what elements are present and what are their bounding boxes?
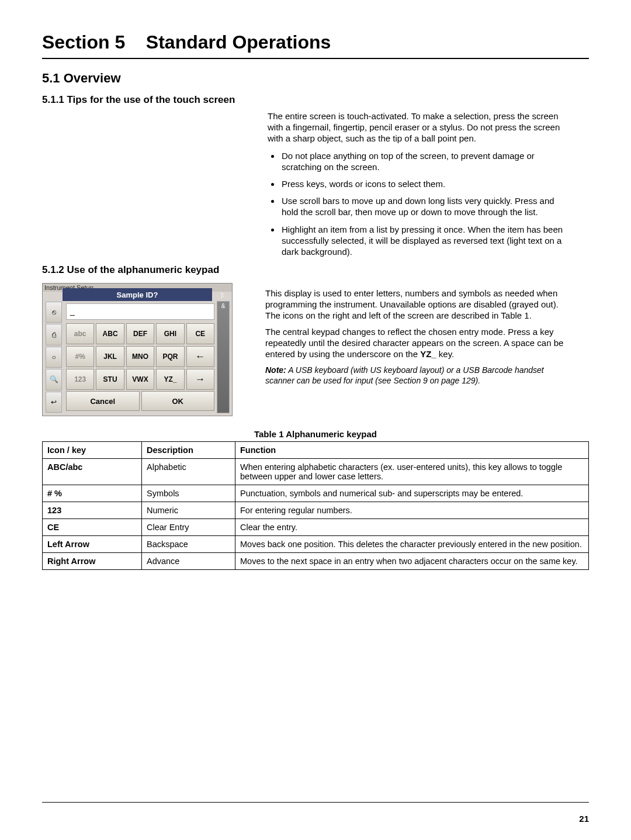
section-5-1-1-body: The entire screen is touch-activated. To… — [268, 110, 571, 257]
note-body: A USB keyboard (with US keyboard layout)… — [265, 365, 544, 385]
list-item: Use scroll bars to move up and down long… — [280, 195, 571, 217]
table-cell: For entering regular numbers. — [235, 502, 589, 519]
key-stu[interactable]: STU — [96, 369, 124, 390]
table-cell: Right Arrow — [43, 553, 142, 570]
key-vwx[interactable]: VWX — [126, 369, 154, 390]
key-abc-lower[interactable]: abc — [66, 323, 94, 344]
table-cell: Symbols — [142, 485, 235, 502]
table-cell: Punctuation, symbols and numerical sub- … — [235, 485, 589, 502]
alphanumeric-keypad-table: Icon / key Description Function ABC/abc … — [42, 441, 589, 570]
table-header: Description — [142, 442, 235, 459]
note: Note: A USB keyboard (with US keyboard l… — [265, 365, 569, 386]
heading-5-1-1: 5.1.1 Tips for the use of the touch scre… — [42, 94, 589, 106]
keypad-header-title: Sample ID? — [63, 288, 212, 301]
table-cell: Numeric — [142, 502, 235, 519]
back-icon[interactable]: ↩ — [46, 392, 62, 413]
keypad-keys-grid: abc ABC DEF GHI CE #% JKL MNO PQR ← 123 … — [66, 323, 214, 390]
table-header-row: Icon / key Description Function — [43, 442, 589, 459]
section-rule — [42, 58, 589, 59]
keypad-section: Instrument Setup Sample ID? ): ⎋ ⎙ ○ 🔍 ↩… — [42, 283, 589, 416]
table-cell: Clear Entry — [142, 519, 235, 536]
table-cell: CE — [43, 519, 142, 536]
table-row: 123 Numeric For entering regular numbers… — [43, 502, 589, 519]
table-cell: Left Arrow — [43, 536, 142, 553]
table-cell: Clear the entry. — [235, 519, 589, 536]
table-cell: When entering alphabetic characters (ex.… — [235, 459, 589, 485]
sidebar-icon[interactable]: 🔍 — [46, 369, 62, 390]
table-header: Function — [235, 442, 589, 459]
key-mno[interactable]: MNO — [126, 346, 154, 367]
sidebar-icon[interactable]: ⎙ — [46, 324, 62, 345]
heading-5-1-2: 5.1.2 Use of the alphanumeric keypad — [42, 264, 589, 276]
keypad-bottom-buttons: Cancel OK — [66, 391, 214, 411]
key-abc-upper[interactable]: ABC — [96, 323, 124, 344]
text-bold: YZ_ — [420, 349, 436, 359]
keypad-illustration: Instrument Setup Sample ID? ): ⎋ ⎙ ○ 🔍 ↩… — [42, 283, 233, 416]
table-row: Left Arrow Backspace Moves back one posi… — [43, 536, 589, 553]
table-cell: Backspace — [142, 536, 235, 553]
key-right-arrow[interactable]: → — [186, 369, 214, 390]
key-123[interactable]: 123 — [66, 369, 94, 390]
paragraph: The entire screen is touch-activated. To… — [268, 110, 571, 144]
table-cell: 123 — [43, 502, 142, 519]
paragraph: The central keypad changes to reflect th… — [265, 326, 569, 360]
list-item: Do not place anything on top of the scre… — [280, 150, 571, 172]
key-def[interactable]: DEF — [126, 323, 154, 344]
page: Section 5 Standard Operations 5.1 Overvi… — [0, 0, 631, 840]
keypad: Instrument Setup Sample ID? ): ⎋ ⎙ ○ 🔍 ↩… — [42, 283, 233, 416]
table-row: CE Clear Entry Clear the entry. — [43, 519, 589, 536]
key-symbols[interactable]: #% — [66, 346, 94, 367]
table-row: ABC/abc Alphabetic When entering alphabe… — [43, 459, 589, 485]
section-name: Standard Operations — [146, 32, 331, 53]
table-cell: Alphabetic — [142, 459, 235, 485]
key-yz[interactable]: YZ_ — [156, 369, 184, 390]
note-label: Note: — [265, 365, 286, 375]
table-caption: Table 1 Alphanumeric keypad — [42, 429, 589, 439]
table-cell: Moves back one position. This deletes th… — [235, 536, 589, 553]
tips-list: Do not place anything on top of the scre… — [268, 150, 571, 258]
table-cell: Moves to the next space in an entry when… — [235, 553, 589, 570]
key-left-arrow[interactable]: ← — [186, 346, 214, 367]
cancel-button[interactable]: Cancel — [66, 391, 140, 411]
table-cell: # % — [43, 485, 142, 502]
key-jkl[interactable]: JKL — [96, 346, 124, 367]
list-item: Highlight an item from a list by pressin… — [280, 224, 571, 258]
table-cell: Advance — [142, 553, 235, 570]
key-ghi[interactable]: GHI — [156, 323, 184, 344]
ok-button[interactable]: OK — [141, 391, 215, 411]
table-row: # % Symbols Punctuation, symbols and num… — [43, 485, 589, 502]
list-item: Press keys, words or icons to select the… — [280, 178, 571, 189]
section-5-1-2-body: This display is used to enter letters, n… — [265, 283, 569, 392]
text: The central keypad changes to reflect th… — [265, 327, 563, 359]
table-row: Right Arrow Advance Moves to the next sp… — [43, 553, 589, 570]
paragraph: This display is used to enter letters, n… — [265, 288, 569, 322]
keypad-input[interactable]: _ — [66, 303, 214, 320]
table-header: Icon / key — [43, 442, 142, 459]
keypad-header-right: ): — [219, 288, 226, 301]
sidebar-icon[interactable]: ⎋ — [46, 302, 62, 323]
sidebar-icon[interactable]: ○ — [46, 347, 62, 368]
section-title: Section 5 Standard Operations — [42, 32, 589, 53]
heading-5-1: 5.1 Overview — [42, 71, 589, 86]
footer-rule — [42, 802, 589, 803]
keypad-right-column[interactable]: & — [217, 301, 230, 413]
key-pqr[interactable]: PQR — [156, 346, 184, 367]
table-cell: ABC/abc — [43, 459, 142, 485]
keypad-left-icon-column: ⎋ ⎙ ○ 🔍 ↩ — [45, 301, 63, 413]
key-ce[interactable]: CE — [186, 323, 214, 344]
section-number: Section 5 — [42, 32, 125, 53]
text: key. — [436, 349, 455, 359]
page-number: 21 — [579, 814, 589, 824]
